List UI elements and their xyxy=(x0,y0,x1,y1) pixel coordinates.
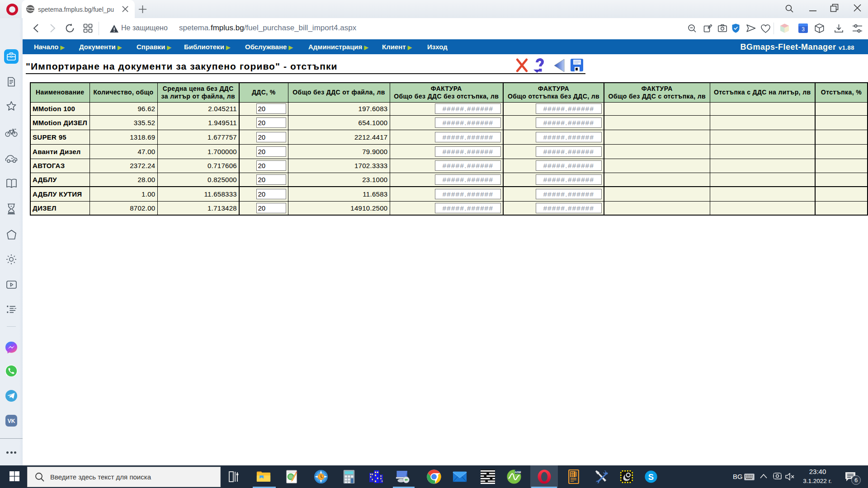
svg-text:ADM: ADM xyxy=(515,470,521,474)
svg-text:VK: VK xyxy=(8,418,15,424)
svg-text:3: 3 xyxy=(802,26,805,33)
svg-text:S: S xyxy=(648,472,654,482)
